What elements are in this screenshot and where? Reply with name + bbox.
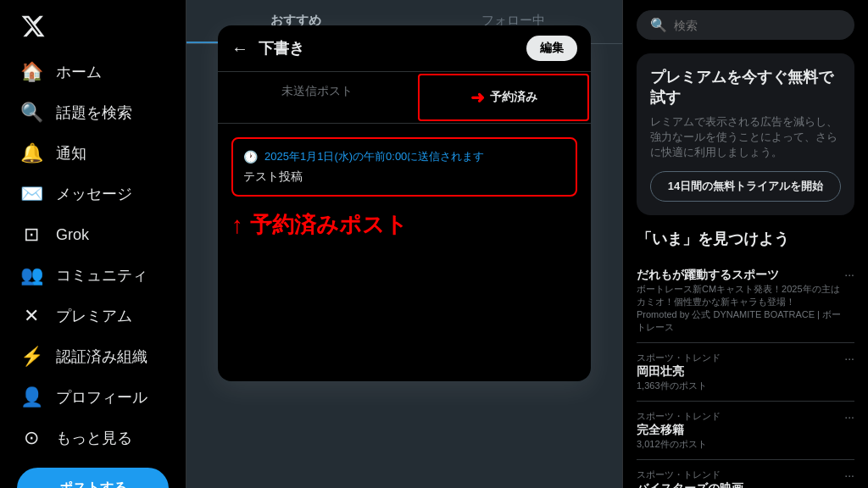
sidebar-item-messages[interactable]: ✉️ メッセージ [10,175,175,214]
scheduled-time-row: 🕐 2025年1月1日(水)の午前0:00に送信されます [243,149,565,164]
modal-tabs: 未送信ポスト ➜ 予約済み [218,72,591,124]
trend-name-2: 完全移籍 [637,423,721,438]
up-arrow-icon: ↑ [231,212,243,239]
trend-item-3[interactable]: スポーツ・トレンド バイスターズの映画 ··· [637,460,854,488]
sidebar-item-premium[interactable]: ✕ プレミアム [10,297,175,336]
promo-card: プレミアムを今すぐ無料で試す レミアムで表示される広告を減らし、強力なールを使う… [637,53,854,215]
trend-name-1: 岡田壮亮 [637,364,721,380]
x-icon: ✕ [20,305,42,327]
modal-back-button[interactable]: ← [231,39,248,58]
trend-count-1: 1,363件のポスト [637,380,721,392]
trend-category-0: Promoted by 公式 DYNAMITE BOATRACE | ボートレー… [637,308,844,334]
post-button[interactable]: ポストする [17,468,169,488]
trend-count-2: 3,012件のポスト [637,438,721,451]
person-icon: 👤 [20,386,42,408]
sidebar-item-more[interactable]: ⊙ もっと見る [10,419,175,458]
trend-category-1: スポーツ・トレンド [637,352,721,364]
trend-category-2: スポーツ・トレンド [637,410,721,423]
trend-more-icon-1[interactable]: ··· [844,352,854,365]
sidebar-item-notifications[interactable]: 🔔 通知 [10,134,175,173]
edit-button[interactable]: 編集 [526,36,577,61]
right-sidebar: 🔍 プレミアムを今すぐ無料で試す レミアムで表示される広告を減らし、強力なールを… [622,0,868,488]
modal-body: 🕐 2025年1月1日(水)の午前0:00に送信されます テスト投稿 ↑ 予約済… [218,124,591,381]
home-icon: 🏠 [20,61,42,83]
more-icon: ⊙ [20,427,42,449]
clock-icon: 🕐 [243,150,258,164]
sidebar-item-communities[interactable]: 👥 コミュニティ [10,256,175,295]
search-icon: 🔍 [650,17,667,33]
communities-icon: 👥 [20,264,42,286]
trend-item-2[interactable]: スポーツ・トレンド 完全移籍 3,012件のポスト ··· [637,402,854,460]
tab-scheduled-container: ➜ 予約済み [416,72,591,123]
trend-more-icon-3[interactable]: ··· [844,469,854,482]
tab-unsent[interactable]: 未送信ポスト [218,72,416,123]
discover-title: 「いま」を見つけよう [637,229,854,249]
trend-name-0: だれもが躍動するスポーツ [637,268,844,283]
main-area: おすすめ フォロー中 ← 下書き 編集 未送信ポスト [186,0,622,488]
annotation-text: 予約済みポスト [250,210,408,240]
post-text: テスト投稿 [243,169,565,185]
sidebar-item-explore[interactable]: 🔍 話題を検索 [10,93,175,132]
sidebar-item-grok[interactable]: ⊡ Grok [10,215,175,254]
sidebar-item-verified[interactable]: ⚡ 認証済み組織 [10,337,175,376]
trend-detail-0: ボートレース新CMキャスト発表！2025年の主はカミオ！個性豊かな新キャラも登場… [637,283,844,308]
promo-button[interactable]: 14日間の無料トライアルを開始 [650,171,841,202]
trend-more-icon-0[interactable]: ··· [844,268,854,281]
draft-modal: ← 下書き 編集 未送信ポスト ➜ 予約済み [218,25,591,381]
search-input[interactable] [674,19,841,32]
tab-scheduled[interactable]: ➜ 予約済み [418,74,589,121]
trend-more-icon-2[interactable]: ··· [844,410,854,424]
sidebar-item-profile[interactable]: 👤 プロフィール [10,378,175,417]
trend-item-0[interactable]: だれもが躍動するスポーツ ボートレース新CMキャスト発表！2025年の主はカミオ… [637,259,854,343]
grok-icon: ⊡ [20,224,42,246]
explore-icon: 🔍 [20,102,42,124]
bell-icon: 🔔 [20,142,42,164]
logo[interactable] [10,7,175,49]
trend-name-3: バイスターズの映画 [637,481,743,488]
sidebar-item-home[interactable]: 🏠 ホーム [10,53,175,92]
modal-overlay[interactable]: ← 下書き 編集 未送信ポスト ➜ 予約済み [186,0,622,488]
trends-section: 「いま」を見つけよう だれもが躍動するスポーツ ボートレース新CMキャスト発表！… [637,229,854,488]
promo-title: プレミアムを今すぐ無料で試す [650,67,841,108]
trend-item-1[interactable]: スポーツ・トレンド 岡田壮亮 1,363件のポスト ··· [637,343,854,402]
promo-text: レミアムで表示される広告を減らし、強力なールを使うことによって、さらに快適に利用… [650,114,841,161]
sidebar-nav: 🏠 ホーム 🔍 話題を検索 🔔 通知 ✉️ メッセージ ⊡ Grok 👥 コミュ… [10,53,175,458]
tab-arrow-indicator: ➜ [470,87,485,108]
trend-category-3: スポーツ・トレンド [637,469,743,481]
bolt-icon: ⚡ [20,346,42,368]
mail-icon: ✉️ [20,183,42,205]
sidebar: 🏠 ホーム 🔍 話題を検索 🔔 通知 ✉️ メッセージ ⊡ Grok 👥 コミュ… [0,0,186,488]
search-bar[interactable]: 🔍 [637,10,854,40]
scheduled-post-item[interactable]: 🕐 2025年1月1日(水)の午前0:00に送信されます テスト投稿 [231,137,577,197]
modal-header: ← 下書き 編集 [218,25,591,72]
modal-title: 下書き [259,38,516,58]
annotation: ↑ 予約済みポスト [231,210,577,240]
